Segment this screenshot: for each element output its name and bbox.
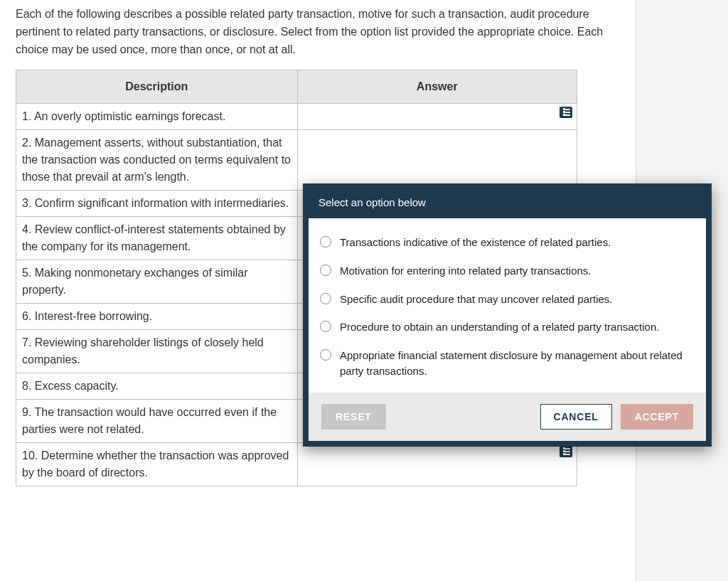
description-cell: 8. Excess capacity. (16, 373, 298, 400)
description-cell: 4. Review conflict-of-interest statement… (16, 217, 298, 260)
description-cell: 1. An overly optimistic earnings forecas… (16, 104, 298, 130)
description-cell: 9. The transaction would have occurred e… (16, 400, 298, 443)
table-row: 1. An overly optimistic earnings forecas… (16, 104, 577, 130)
radio-icon[interactable] (320, 321, 331, 332)
select-option-icon[interactable] (560, 446, 572, 457)
option-row[interactable]: Procedure to obtain an understanding of … (320, 313, 695, 341)
description-cell: 3. Confirm significant information with … (16, 191, 298, 217)
answer-cell[interactable] (297, 443, 577, 486)
answer-cell[interactable] (297, 104, 577, 130)
option-label: Motivation for entering into related par… (340, 263, 592, 279)
radio-icon[interactable] (320, 265, 331, 276)
option-row[interactable]: Specific audit procedure that may uncove… (320, 285, 695, 314)
reset-button[interactable]: RESET (321, 404, 386, 430)
modal-body: Transactions indicative of the existence… (309, 218, 706, 393)
header-description: Description (16, 70, 298, 104)
table-row: 10. Determine whether the transaction wa… (16, 443, 577, 486)
description-cell: 2. Management asserts, without substanti… (16, 130, 298, 191)
table-row: 2. Management asserts, without substanti… (16, 130, 577, 191)
option-label: Specific audit procedure that may uncove… (340, 292, 613, 307)
option-row[interactable]: Motivation for entering into related par… (320, 257, 695, 285)
radio-icon[interactable] (320, 349, 331, 361)
description-cell: 6. Interest-free borrowing. (16, 304, 298, 330)
radio-icon[interactable] (320, 293, 331, 304)
select-option-icon[interactable] (560, 107, 572, 118)
option-modal: Select an option below Transactions indi… (303, 183, 712, 447)
option-label: Transactions indicative of the existence… (340, 235, 611, 250)
answer-cell[interactable] (297, 130, 577, 191)
radio-icon[interactable] (320, 236, 331, 247)
option-label: Procedure to obtain an understanding of … (340, 319, 659, 335)
option-row[interactable]: Transactions indicative of the existence… (320, 228, 695, 257)
description-cell: 7. Reviewing shareholder listings of clo… (16, 330, 298, 373)
modal-title: Select an option below (309, 189, 706, 218)
cancel-button[interactable]: CANCEL (540, 404, 612, 430)
accept-button[interactable]: ACCEPT (621, 404, 693, 430)
description-cell: 10. Determine whether the transaction wa… (16, 443, 298, 486)
modal-footer: RESET CANCEL ACCEPT (309, 393, 706, 441)
instructions-text: Each of the following describes a possib… (16, 6, 620, 58)
description-cell: 5. Making nonmonetary exchanges of simil… (16, 260, 298, 304)
option-row[interactable]: Appropriate financial statement disclosu… (320, 341, 695, 385)
option-label: Appropriate financial statement disclosu… (340, 348, 695, 379)
header-answer: Answer (297, 70, 577, 104)
